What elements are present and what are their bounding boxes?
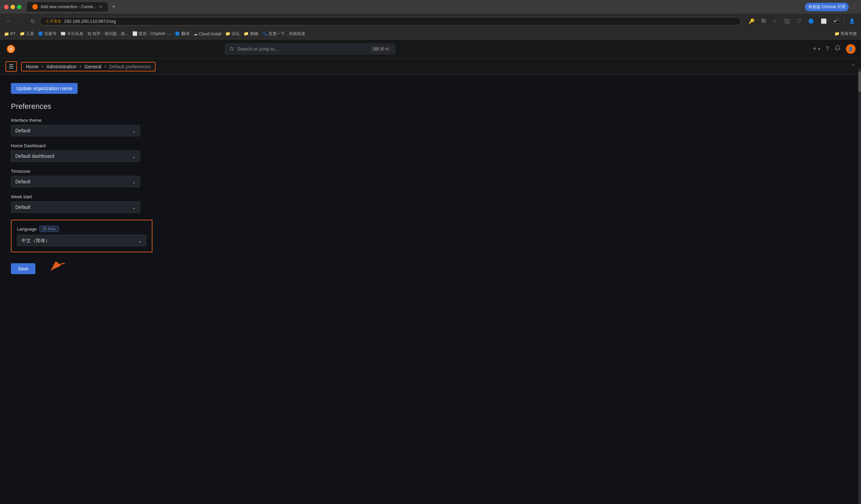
bookmark-forum[interactable]: 📁 论坛 — [225, 31, 240, 37]
svg-point-3 — [10, 48, 12, 50]
browser-close-btn[interactable] — [4, 5, 9, 9]
nav-keychain-btn[interactable]: 🔑 — [747, 17, 756, 25]
avatar-btn[interactable]: 👤 — [846, 44, 856, 54]
search-icon — [229, 46, 234, 51]
interface-theme-select[interactable]: Default Dark Light — [11, 125, 140, 136]
week-start-group: Week start Default — [11, 194, 261, 213]
search-shortcut: ⌨ ⌘+k — [371, 46, 391, 52]
browser-maximize-btn[interactable] — [17, 5, 22, 9]
menu-toggle-btn[interactable]: ☰ — [5, 61, 17, 72]
chrome-menu-icon[interactable]: ⋮ — [851, 4, 857, 10]
bookmark-baijia[interactable]: 🔵 百家号 — [38, 31, 56, 37]
breadcrumb-current: Default preferences — [109, 64, 151, 69]
breadcrumb-home[interactable]: Home — [26, 64, 39, 69]
beta-icon — [43, 227, 46, 231]
nav-ext3-btn[interactable]: 🔵 — [806, 17, 816, 25]
update-org-btn[interactable]: Update organization name — [11, 83, 78, 94]
app-logo[interactable] — [5, 43, 16, 54]
new-item-btn[interactable]: + ▾ — [813, 45, 820, 53]
beta-label: Beta — [48, 227, 56, 231]
header-search-area: Search or jump to... ⌨ ⌘+k — [225, 43, 395, 54]
bookmark-baidu[interactable]: 🐾 百度一下，你就知道 — [262, 31, 305, 37]
beta-badge: Beta — [40, 226, 59, 232]
week-start-label: Week start — [11, 194, 261, 199]
breadcrumb-general[interactable]: General — [84, 64, 101, 69]
nav-translate-btn[interactable]: 翻 — [759, 17, 768, 26]
bookmark-zhihu[interactable]: 知 知乎 - 有问题，就... — [87, 31, 128, 37]
tab-favicon — [32, 4, 38, 10]
svg-line-5 — [233, 50, 234, 51]
home-dashboard-group: Home Dashboard Default dashboard — [11, 143, 261, 162]
tab-close-icon[interactable]: ✕ — [99, 4, 102, 9]
scrollbar[interactable] — [858, 68, 861, 504]
timezone-select[interactable]: Default — [11, 176, 140, 187]
header-collapse-btn[interactable]: ⌃ — [851, 63, 856, 70]
url-text: 192.168.200.110:9972/org — [64, 19, 116, 24]
bookmarks-bar: 📁 PT 📁 工具 🔵 百家号 📰 今日头条 知 知乎 - 有问题，就... ⬜… — [0, 29, 861, 40]
home-dashboard-select[interactable]: Default dashboard — [11, 150, 140, 162]
timezone-label: Timezone — [11, 169, 261, 174]
header-actions: + ▾ ? 👤 — [813, 44, 856, 54]
hamburger-icon: ☰ — [9, 64, 14, 69]
search-box[interactable]: Search or jump to... ⌨ ⌘+k — [225, 43, 395, 54]
save-section: Save — [11, 262, 261, 276]
bookmark-pt[interactable]: 📁 PT — [4, 32, 16, 37]
home-dashboard-label: Home Dashboard — [11, 143, 261, 148]
bookmark-tools[interactable]: 📁 工具 — [20, 31, 34, 37]
interface-theme-select-wrapper: Default Dark Light — [11, 125, 140, 136]
interface-theme-group: Interface theme Default Dark Light — [11, 118, 261, 136]
nav-ext5-btn[interactable]: 📲 — [831, 17, 841, 25]
notifications-btn[interactable] — [834, 45, 840, 53]
nav-forward-btn[interactable]: → — [16, 17, 26, 26]
svg-point-0 — [33, 5, 37, 9]
language-label: Language — [17, 226, 37, 232]
tab-title: Add new connection - Conne... — [41, 4, 96, 9]
bookmark-cloud[interactable]: ☁ Cloud Install — [194, 32, 221, 37]
week-start-select-wrapper: Default — [11, 201, 140, 213]
language-select-wrapper: 中文（简体） English Deutsch Français — [17, 235, 146, 246]
language-select[interactable]: 中文（简体） English Deutsch Français — [17, 235, 146, 246]
nav-back-btn[interactable]: ← — [4, 17, 14, 26]
browser-minimize-btn[interactable] — [11, 5, 15, 9]
nav-avatar-btn[interactable]: 👤 — [847, 17, 857, 25]
browser-tab-active[interactable]: Add new connection - Conne... ✕ — [27, 2, 108, 12]
breadcrumb-sep2: > — [79, 64, 82, 69]
language-section: Language Beta 中文（简体） English Deutsch Fra… — [11, 220, 152, 252]
nav-ext2-btn[interactable]: 🛡 — [795, 17, 804, 25]
nav-star-btn[interactable]: ☆ — [771, 17, 779, 25]
security-warning: ⚠ 不安全 — [45, 19, 61, 24]
arrow-indicator — [41, 262, 68, 276]
nav-ext4-btn[interactable]: ⬜ — [819, 17, 829, 25]
home-dashboard-select-wrapper: Default dashboard — [11, 150, 140, 162]
save-btn[interactable]: Save — [11, 263, 36, 274]
scrollbar-thumb[interactable] — [858, 71, 861, 92]
help-btn[interactable]: ? — [825, 45, 829, 52]
new-tab-btn[interactable]: + — [109, 3, 119, 11]
preferences-title: Preferences — [11, 102, 261, 111]
search-placeholder: Search or jump to... — [237, 46, 278, 52]
bookmark-translate[interactable]: 🔵 翻译 — [175, 31, 189, 37]
interface-theme-label: Interface theme — [11, 118, 261, 123]
language-label-row: Language Beta — [17, 226, 146, 232]
timezone-group: Timezone Default — [11, 169, 261, 187]
nav-reload-btn[interactable]: ↻ — [29, 17, 37, 26]
bookmark-chiphell[interactable]: ⬜ 首页 - Chiphell -... — [132, 31, 171, 37]
main-content: Update organization name Preferences Int… — [0, 75, 272, 284]
shortcut-key-icon: ⌨ — [373, 46, 379, 51]
address-bar[interactable]: ⚠ 不安全 192.168.200.110:9972/org — [40, 17, 741, 26]
nav-ext1-btn[interactable]: ⬛ — [782, 17, 792, 25]
svg-point-4 — [230, 47, 233, 50]
chrome-update-badge[interactable]: 有新版 Chrome 可用 — [805, 3, 849, 11]
sub-header: ☰ Home > Administration > General > Defa… — [0, 58, 861, 75]
breadcrumb-administration[interactable]: Administration — [46, 64, 77, 69]
bookmark-shop[interactable]: 📁 购物 — [244, 31, 258, 37]
week-start-select[interactable]: Default — [11, 201, 140, 213]
bookmark-toutiao[interactable]: 📰 今日头条 — [60, 31, 83, 37]
bookmark-all[interactable]: 📁 所有书签 — [834, 31, 857, 37]
breadcrumb: Home > Administration > General > Defaul… — [21, 62, 155, 71]
breadcrumb-sep3: > — [104, 64, 107, 69]
breadcrumb-sep1: > — [41, 64, 43, 69]
app-header: Search or jump to... ⌨ ⌘+k + ▾ ? 👤 — [0, 40, 861, 58]
timezone-select-wrapper: Default — [11, 176, 140, 187]
